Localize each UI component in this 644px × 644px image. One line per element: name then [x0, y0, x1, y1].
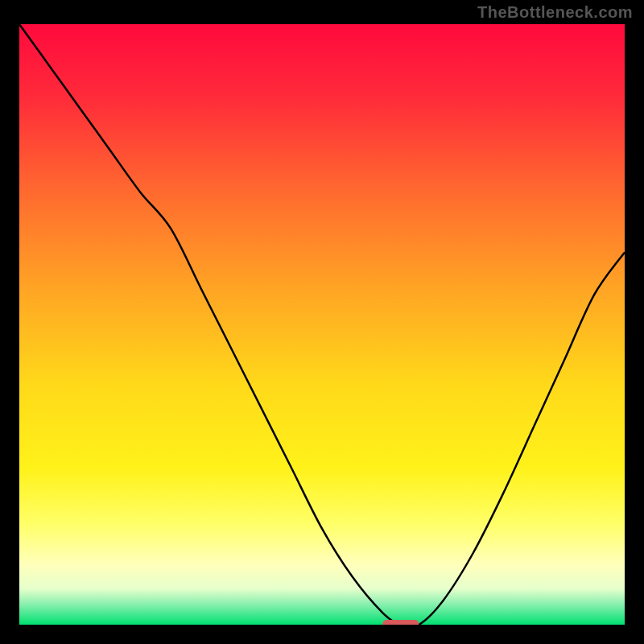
chart-frame: TheBottleneck.com: [0, 0, 644, 644]
optimum-marker: [382, 620, 419, 625]
watermark-text: TheBottleneck.com: [477, 3, 633, 22]
gradient-background: [19, 24, 625, 625]
chart-svg: [19, 24, 625, 625]
plot-area: [19, 24, 625, 625]
